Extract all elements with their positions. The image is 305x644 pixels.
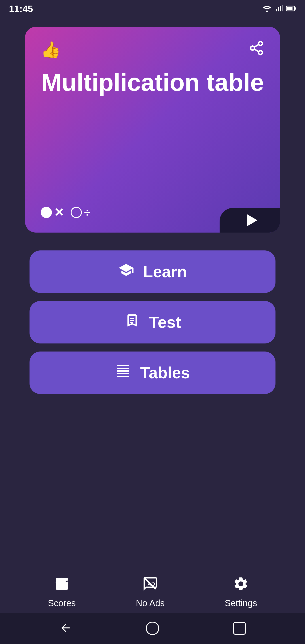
settings-icon [233, 576, 249, 596]
learn-label: Learn [143, 262, 187, 281]
android-nav-bar [0, 613, 305, 644]
svg-point-0 [266, 10, 268, 12]
no-ads-label: No Ads [136, 598, 164, 608]
tables-label: Tables [140, 364, 190, 382]
status-icons [262, 4, 296, 14]
nav-settings[interactable]: Settings [225, 576, 257, 608]
test-button[interactable]: Test [30, 301, 276, 344]
card-top-row: 👍 [41, 40, 264, 59]
thumbs-up-icon[interactable]: 👍 [41, 40, 61, 59]
svg-rect-3 [280, 6, 281, 12]
badge-circle-empty [71, 207, 82, 218]
svg-text:AD: AD [148, 581, 155, 587]
nav-no-ads[interactable]: AD No Ads [136, 576, 164, 608]
svg-rect-2 [278, 8, 279, 12]
play-button-card[interactable] [220, 208, 280, 232]
status-bar: 11:45 [0, 0, 305, 18]
test-label: Test [149, 313, 181, 332]
badge-circle-filled [41, 207, 52, 218]
no-ads-icon: AD [142, 576, 158, 596]
learn-button[interactable]: Learn [30, 250, 276, 293]
settings-label: Settings [225, 598, 257, 608]
svg-rect-7 [295, 8, 296, 10]
wifi-icon [262, 4, 272, 14]
badge-multiply: ✕ [41, 206, 64, 219]
learn-icon [118, 262, 134, 282]
svg-line-12 [254, 44, 259, 47]
battery-icon [286, 4, 296, 14]
svg-rect-1 [276, 9, 277, 12]
play-triangle-icon [247, 214, 257, 226]
nav-scores[interactable]: Scores [48, 576, 76, 608]
badge-divide: ÷ [71, 206, 90, 219]
signal-icon [275, 4, 283, 14]
svg-line-11 [254, 49, 259, 52]
divide-symbol: ÷ [84, 206, 90, 219]
tables-button[interactable]: Tables [30, 352, 276, 394]
scores-label: Scores [48, 598, 76, 608]
main-card: 👍 Multiplication table ✕ ÷ [25, 27, 280, 232]
svg-rect-4 [282, 5, 283, 12]
android-home-button[interactable] [146, 622, 159, 635]
share-icon[interactable] [249, 40, 264, 59]
scores-icon [54, 576, 70, 596]
android-recents-button[interactable] [233, 622, 246, 634]
svg-rect-6 [287, 7, 292, 10]
test-icon [124, 312, 140, 332]
action-buttons: Learn Test Tables [0, 250, 305, 394]
tables-icon [115, 363, 131, 382]
card-title: Multiplication table [41, 68, 264, 96]
android-back-button[interactable] [59, 622, 72, 635]
status-time: 11:45 [9, 4, 33, 14]
bottom-nav: Scores AD No Ads Settings [0, 576, 305, 608]
multiply-symbol: ✕ [54, 206, 64, 219]
